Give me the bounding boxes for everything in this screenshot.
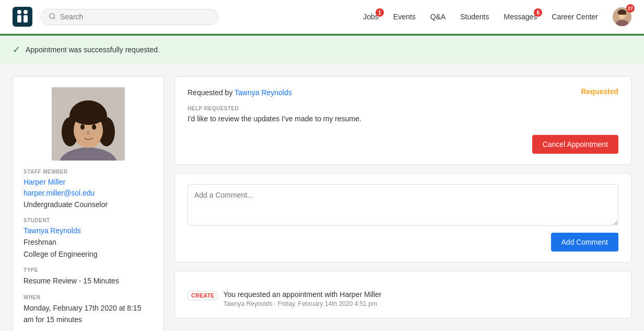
nav-jobs[interactable]: Jobs 1 — [363, 13, 379, 21]
messages-badge: 6 — [534, 8, 542, 17]
add-comment-button[interactable]: Add Comment — [551, 233, 618, 252]
help-text: I'd like to review the updates I've made… — [188, 113, 618, 124]
student-college: College of Engineering — [24, 248, 153, 260]
success-message: Appointment was successfully requested. — [26, 45, 160, 54]
activity-meta: Tawnya Reynolds · Friday, February 14th … — [223, 300, 381, 307]
staff-role: Undergraduate Counselor — [24, 199, 153, 210]
when-value: Monday, February 17th 2020 at 8:15 am fo… — [24, 302, 153, 326]
success-banner: ✓ Appointment was successfully requested… — [0, 34, 644, 64]
main-nav: Jobs 1 Events Q&A Students Messages 6 Ca… — [363, 7, 631, 26]
requested-by: Requested by Tawnya Reynolds — [188, 87, 292, 98]
appointment-type: Resume Review - 15 Minutes — [24, 275, 153, 287]
activity-card: CREATE You requested an appointment with… — [174, 271, 631, 318]
right-panel: Requested by Tawnya Reynolds Requested H… — [174, 76, 631, 331]
search-input[interactable] — [60, 13, 210, 21]
status-badge: Requested — [581, 87, 618, 96]
header: Jobs 1 Events Q&A Students Messages 6 Ca… — [0, 0, 644, 34]
svg-point-1 — [17, 10, 21, 14]
student-label: STUDENT — [24, 218, 153, 223]
logo-icon[interactable] — [13, 7, 32, 27]
when-label: WHEN — [24, 294, 153, 300]
student-name-link[interactable]: Tawnya Reynolds — [24, 225, 153, 236]
svg-point-20 — [87, 131, 90, 135]
svg-rect-4 — [24, 15, 28, 22]
svg-rect-3 — [17, 15, 21, 22]
profile-photo — [52, 87, 125, 161]
help-requested-label: HELP REQUESTED — [188, 106, 618, 111]
svg-point-18 — [80, 124, 85, 130]
staff-email-link[interactable]: harper.miller@sol.edu — [24, 188, 153, 199]
create-badge: CREATE — [188, 291, 218, 300]
jobs-badge: 1 — [376, 8, 384, 17]
comment-textarea[interactable] — [188, 184, 618, 226]
search-icon — [49, 13, 56, 21]
activity-text: You requested an appointment with Harper… — [223, 290, 381, 299]
student-year: Freshman — [24, 236, 153, 248]
card-header: Requested by Tawnya Reynolds Requested — [188, 87, 618, 98]
nav-messages[interactable]: Messages 6 — [504, 13, 537, 21]
svg-point-2 — [24, 10, 28, 14]
comment-card: Add Comment — [174, 173, 631, 262]
left-panel: STAFF MEMBER Harper Miller harper.miller… — [13, 76, 164, 331]
staff-label: STAFF MEMBER — [24, 169, 153, 175]
activity-content: You requested an appointment with Harper… — [223, 290, 381, 307]
nav-events[interactable]: Events — [393, 13, 416, 21]
appointment-card: Requested by Tawnya Reynolds Requested H… — [174, 76, 631, 165]
svg-point-19 — [92, 124, 96, 130]
search-bar[interactable] — [41, 9, 218, 25]
type-label: TYPE — [24, 267, 153, 273]
svg-rect-0 — [13, 7, 32, 27]
nav-career-center[interactable]: Career Center — [552, 13, 598, 21]
nav-students[interactable]: Students — [460, 13, 489, 21]
activity-row: CREATE You requested an appointment with… — [188, 282, 618, 307]
user-avatar-wrapper: 27 — [613, 7, 631, 26]
main-content: STAFF MEMBER Harper Miller harper.miller… — [0, 64, 644, 331]
nav-qa[interactable]: Q&A — [430, 13, 446, 21]
requester-name-link[interactable]: Tawnya Reynolds — [235, 88, 292, 97]
svg-point-5 — [50, 13, 54, 18]
cancel-appointment-button[interactable]: Cancel Appointment — [532, 135, 618, 154]
avatar-badge: 27 — [626, 4, 635, 13]
success-check-icon: ✓ — [13, 44, 20, 55]
staff-name-link[interactable]: Harper Miller — [24, 177, 153, 188]
svg-line-6 — [54, 17, 55, 19]
requested-by-label: Requested by — [188, 88, 232, 97]
